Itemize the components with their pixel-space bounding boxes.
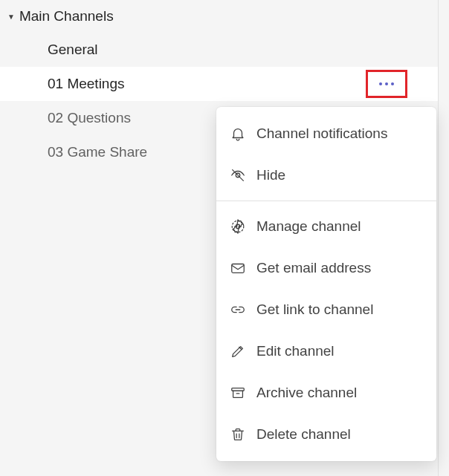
menu-label: Archive channel [256,385,357,401]
menu-label: Get email address [256,260,371,276]
team-header[interactable]: ▼ Main Channels [0,0,438,33]
gear-icon [230,218,246,235]
menu-hide[interactable]: Hide [216,154,436,196]
archive-icon [230,385,246,401]
menu-label: Channel notifications [256,125,387,142]
menu-label: Hide [256,167,285,183]
menu-get-link[interactable]: Get link to channel [216,289,436,330]
bell-icon [230,125,246,142]
menu-delete-channel[interactable]: Delete channel [216,414,436,455]
trash-icon [230,426,246,443]
mail-icon [230,260,246,276]
svg-rect-4 [232,264,245,273]
menu-edit-channel[interactable]: Edit channel [216,330,436,372]
svg-rect-5 [232,388,245,391]
caret-down-icon: ▼ [7,13,15,21]
menu-label: Manage channel [256,218,361,235]
link-icon [230,301,246,318]
menu-label: Get link to channel [256,301,373,318]
channel-label: 02 Questions [48,110,131,126]
menu-archive-channel[interactable]: Archive channel [216,372,436,414]
pencil-icon [230,343,246,359]
menu-manage-channel[interactable]: Manage channel [216,206,436,247]
eye-off-icon [230,167,246,183]
more-horizontal-icon [379,82,394,85]
channel-label: General [48,42,98,58]
channel-more-button[interactable] [368,72,405,96]
team-name: Main Channels [19,8,114,25]
channel-label: 01 Meetings [48,76,125,92]
menu-channel-notifications[interactable]: Channel notifications [216,113,436,154]
channel-label: 03 Game Share [48,144,147,160]
channel-context-menu: Channel notifications Hide Manage channe… [216,107,436,461]
menu-get-email[interactable]: Get email address [216,247,436,289]
menu-divider [216,200,436,201]
channel-item-general[interactable]: General [0,33,438,67]
channel-item-01-meetings[interactable]: 01 Meetings [0,67,438,101]
menu-label: Edit channel [256,343,335,359]
menu-label: Delete channel [256,426,351,443]
